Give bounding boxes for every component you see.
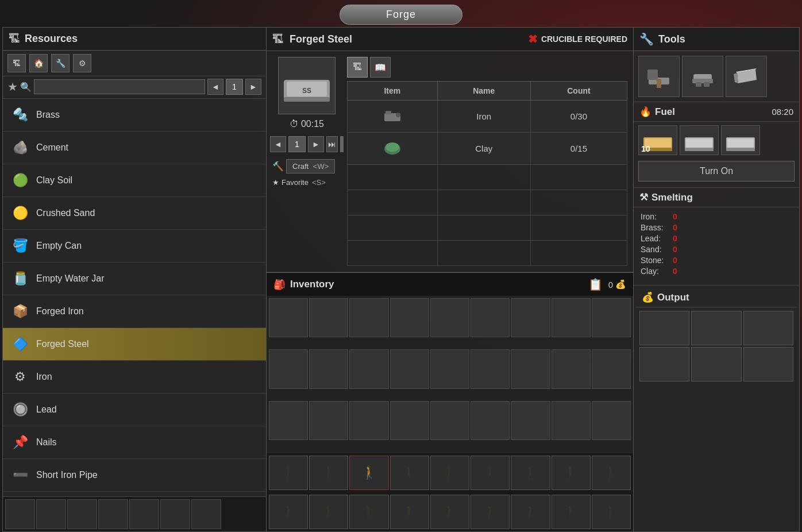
left-bottom-slot-7[interactable] [191,499,221,529]
hotbar-cell-1-8[interactable]: 🚶 [552,456,591,490]
hotbar-cell-2-6[interactable]: 🚶 [471,495,510,529]
fuel-slot-2[interactable] [680,125,719,155]
left-bottom-slot-6[interactable] [160,499,190,529]
inv-cell-1-5[interactable] [430,298,469,337]
inv-cell-2-6[interactable] [471,349,510,388]
inv-cell-3-9[interactable] [592,401,631,440]
inv-cell-1-6[interactable] [471,298,510,337]
inv-cell-1-7[interactable] [511,298,550,337]
resource-item-brass[interactable]: 🔩 Brass [3,99,266,132]
inv-cell-1-1[interactable] [269,298,308,337]
inv-cell-1-9[interactable] [592,298,631,337]
filter-tool-btn[interactable]: 🔧 [51,54,70,72]
tool-slot-anvil[interactable] [682,56,723,97]
inv-cell-1-8[interactable] [552,298,591,337]
resource-item-crushed-sand[interactable]: 🟡 Crushed Sand [3,197,266,230]
inv-cell-1-4[interactable] [390,298,429,337]
resource-item-forged-steel[interactable]: 🔷 Forged Steel [3,328,266,361]
filter-gear-btn[interactable]: ⚙ [73,54,91,72]
tool-slot-bar[interactable] [726,56,767,97]
inv-cell-2-9[interactable] [592,349,631,388]
left-bottom-slot-3[interactable] [67,499,97,529]
tools-header: 🔧 Tools [634,28,799,51]
resource-item-empty-water-jar[interactable]: 🫙 Empty Water Jar [3,263,266,295]
inv-cell-2-1[interactable] [269,349,308,388]
hotbar-cell-1-9[interactable]: 🚶 [592,456,631,490]
filter-build-btn[interactable]: 🏗 [7,54,26,72]
inv-cell-2-3[interactable] [349,349,388,388]
inv-cell-3-4[interactable] [390,401,429,440]
hotbar-cell-2-4[interactable]: 🚶 [390,495,429,529]
inv-cell-3-6[interactable] [471,401,510,440]
craft-button[interactable]: Craft <W> [286,159,335,174]
resource-item-lead[interactable]: 🔘 Lead [3,394,266,426]
output-cell-2[interactable] [691,311,741,345]
hotbar-cell-2-8[interactable]: 🚶 [552,495,591,529]
hotbar-cell-1-5[interactable]: 🚶 [430,456,469,490]
qty-max-btn[interactable]: ⏭ [326,136,338,152]
fuel-title: 🔥 Fuel [639,106,675,118]
left-bottom-slot-2[interactable] [36,499,66,529]
turn-on-button[interactable]: Turn On [638,161,795,182]
ingredient-clay-name: Clay [437,133,530,165]
hotbar-person-14: 🚶 [442,504,457,519]
hotbar-cell-1-1[interactable]: 🚶 [269,456,308,490]
filter-home-btn[interactable]: 🏠 [29,54,48,72]
inv-cell-3-8[interactable] [552,401,591,440]
smelting-row-brass: Brass: 0 [641,223,792,232]
recipe-tab-forge[interactable]: 🏗 [347,57,368,78]
fuel-slot-3[interactable] [721,125,760,155]
hotbar-cell-1-2[interactable]: 🚶 [309,456,348,490]
inv-cell-3-7[interactable] [511,401,550,440]
resource-item-clay-soil[interactable]: 🟢 Clay Soil [3,164,266,197]
resource-item-cement[interactable]: 🪨 Cement [3,132,266,164]
qty-prev-btn[interactable]: ◄ [270,136,286,152]
inv-cell-3-3[interactable] [349,401,388,440]
inv-cell-1-3[interactable] [349,298,388,337]
fuel-slot-1[interactable]: 10 [638,125,677,155]
output-cell-6[interactable] [743,347,793,381]
left-bottom-slot-4[interactable] [98,499,128,529]
output-cell-1[interactable] [639,311,689,345]
hotbar-cell-1-6[interactable]: 🚶 [471,456,510,490]
hotbar-cell-2-9[interactable]: 🚶 [592,495,631,529]
hotbar-cell-2-2[interactable]: 🚶 [309,495,348,529]
resource-item-empty-can[interactable]: 🪣 Empty Can [3,230,266,263]
favorite-button[interactable]: ★ Favorite <S> [272,176,335,189]
hotbar-cell-1-3[interactable]: 🚶 [349,456,388,490]
inv-cell-1-2[interactable] [309,298,348,337]
resource-item-nails[interactable]: 📌 Nails [3,426,266,459]
inv-cell-2-7[interactable] [511,349,550,388]
hotbar-cell-2-5[interactable]: 🚶 [430,495,469,529]
resource-item-forged-iron[interactable]: 📦 Forged Iron [3,295,266,328]
resource-item-iron[interactable]: ⚙ Iron [3,361,266,394]
inv-cell-2-5[interactable] [430,349,469,388]
empty-ingredient-row-1 [348,165,627,190]
left-bottom-slot-5[interactable] [129,499,159,529]
inv-cell-2-8[interactable] [552,349,591,388]
left-panel: 🏗 Resources 🏗 🏠 🔧 ⚙ ★ 🔍 ◄ 1 ► [2,27,267,532]
output-cell-5[interactable] [691,347,741,381]
inv-cell-3-2[interactable] [309,401,348,440]
hotbar-cell-2-1[interactable]: 🚶 [269,495,308,529]
inv-cell-2-2[interactable] [309,349,348,388]
output-cell-4[interactable] [639,347,689,381]
hotbar-cell-2-7[interactable]: 🚶 [511,495,550,529]
favorite-filter-btn[interactable]: ★ [7,80,18,94]
output-cell-3[interactable] [743,311,793,345]
prev-page-btn[interactable]: ◄ [207,79,223,95]
hotbar-cell-2-3[interactable]: 🚶 [349,495,388,529]
next-page-btn[interactable]: ► [245,79,261,95]
search-input[interactable] [34,79,205,94]
hotbar-cell-1-4[interactable]: 🚶 [390,456,429,490]
inventory-sort-btn[interactable]: 📋 [588,277,603,291]
left-bottom-slot-1[interactable] [5,499,35,529]
tool-slot-hammer[interactable] [638,56,680,97]
qty-next-btn[interactable]: ► [308,136,324,152]
inv-cell-2-4[interactable] [390,349,429,388]
recipe-tab-book[interactable]: 📖 [370,57,391,78]
resource-item-short-iron-pipe[interactable]: ➖ Short Iron Pipe [3,459,266,492]
hotbar-cell-1-7[interactable]: 🚶 [511,456,550,490]
inv-cell-3-1[interactable] [269,401,308,440]
inv-cell-3-5[interactable] [430,401,469,440]
